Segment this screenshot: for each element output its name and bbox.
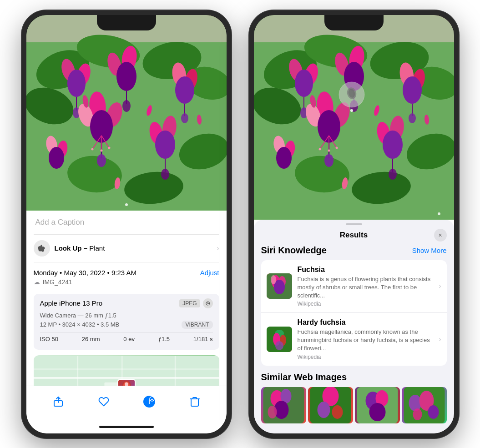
ev-value: 0 ev [123, 336, 135, 342]
flower-photo-right[interactable] [254, 15, 454, 220]
svg-rect-56 [104, 382, 117, 385]
show-more-button[interactable]: Show More [412, 247, 447, 254]
fuchsia-chevron-icon: › [439, 282, 441, 290]
fuchsia-thumbnail [267, 273, 292, 299]
left-phone: Add a Caption Look Up – Plant › [22, 10, 231, 438]
info-button[interactable]: i ✦ [139, 392, 159, 412]
right-phone-screen: Results × Siri Knowledge Show More [254, 15, 454, 433]
vibrant-badge: VIBRANT [182, 321, 212, 329]
similar-web-images-title: Similar Web Images [261, 372, 447, 383]
svg-point-89 [403, 76, 422, 104]
svg-text:✦: ✦ [151, 398, 153, 401]
similar-image-1[interactable] [261, 387, 306, 423]
svg-point-106 [383, 131, 403, 159]
svg-point-119 [350, 109, 353, 112]
svg-point-142 [369, 403, 385, 421]
bottom-toolbar: i ✦ [26, 386, 227, 421]
mp-row: 12 MP • 3024 × 4032 • 3.5 MB VIBRANT [40, 321, 213, 329]
cloud-icon: ☁ [34, 278, 40, 286]
map-thumbnail [117, 379, 136, 386]
svg-point-147 [413, 408, 422, 420]
hardy-fuchsia-knowledge-item[interactable]: Hardy fuchsia Fuchsia magellanica, commo… [261, 312, 447, 366]
svg-point-103 [335, 146, 338, 149]
favorite-button[interactable] [94, 392, 114, 412]
device-name: Apple iPhone 13 Pro [40, 299, 103, 307]
device-info-card: Apple iPhone 13 Pro JPEG ◎ Wide Camera —… [34, 294, 219, 350]
svg-point-39 [155, 131, 175, 159]
close-button[interactable]: × [434, 229, 447, 242]
similar-image-3[interactable] [355, 387, 400, 423]
jpeg-badge: JPEG [179, 299, 200, 307]
main-container: Add a Caption Look Up – Plant › [0, 0, 480, 448]
adjust-button[interactable]: Adjust [200, 269, 219, 277]
svg-point-111 [276, 147, 292, 169]
close-icon: × [438, 232, 442, 239]
svg-point-17 [116, 62, 136, 91]
similar-images-row [261, 387, 447, 423]
svg-point-41 [161, 169, 169, 180]
fuchsia-name: Fuchsia [298, 266, 435, 274]
lookup-text: Look Up – Plant [55, 244, 105, 252]
mm-value: 26 mm [82, 336, 100, 342]
shutter-value: 1/181 s [193, 336, 213, 342]
map-preview[interactable] [34, 355, 219, 386]
hardy-fuchsia-desc: Fuchsia magellanica, commonly known as t… [298, 328, 435, 353]
svg-point-101 [318, 148, 321, 150]
sheet-handle [254, 220, 454, 225]
svg-point-134 [268, 406, 277, 418]
svg-point-108 [389, 169, 397, 180]
home-bar [99, 426, 154, 428]
share-button[interactable] [48, 392, 68, 412]
svg-point-138 [332, 405, 343, 419]
svg-point-97 [324, 154, 333, 167]
caption-input[interactable]: Add a Caption [34, 211, 219, 235]
siri-knowledge-header: Siri Knowledge Show More [261, 245, 447, 256]
knowledge-card: Fuchsia Fuchsia is a genus of flowering … [261, 260, 447, 366]
svg-point-129 [275, 341, 283, 350]
notch [97, 15, 156, 30]
similar-image-2[interactable] [308, 387, 353, 423]
svg-point-91 [409, 113, 416, 123]
svg-point-34 [91, 148, 93, 150]
home-indicator [26, 421, 227, 433]
iso-value: ISO 50 [40, 336, 58, 342]
visual-lookup-icon [34, 240, 50, 257]
hardy-fuchsia-source: Wikipedia [298, 354, 435, 360]
lookup-row[interactable]: Look Up – Plant › [34, 235, 219, 262]
svg-point-146 [428, 405, 439, 419]
camera-specs: Wide Camera — 26 mm ƒ1.5 [40, 312, 213, 319]
filename-text: IMG_4241 [43, 278, 72, 286]
fuchsia-knowledge-item[interactable]: Fuchsia Fuchsia is a genus of flowering … [261, 260, 447, 313]
aperture-value: ƒ1.5 [158, 336, 170, 342]
right-notch [324, 15, 384, 30]
svg-point-124 [271, 275, 276, 284]
svg-point-12 [67, 70, 86, 97]
results-content: Siri Knowledge Show More [254, 245, 454, 433]
svg-point-24 [181, 113, 188, 123]
flower-photo-left[interactable] [26, 15, 227, 211]
fuchsia-source: Wikipedia [298, 301, 435, 307]
svg-point-35 [100, 149, 102, 151]
date-text: Monday • May 30, 2022 • 9:23 AM [34, 269, 136, 277]
svg-point-22 [175, 76, 194, 104]
format-badges: JPEG ◎ [179, 298, 212, 308]
date-row: Monday • May 30, 2022 • 9:23 AM Adjust ☁… [34, 262, 219, 288]
svg-point-137 [317, 402, 330, 418]
siri-knowledge-title: Siri Knowledge [261, 245, 327, 256]
left-screen-content: Add a Caption Look Up – Plant › [26, 15, 227, 433]
location-icon: ◎ [203, 298, 213, 308]
fuchsia-desc: Fuchsia is a genus of flowering plants t… [298, 275, 435, 300]
svg-point-44 [49, 147, 64, 169]
results-header: Results × [254, 225, 454, 245]
exif-row: ISO 50 26 mm 0 ev ƒ1.5 1/181 s [40, 332, 213, 345]
svg-point-19 [122, 100, 131, 112]
hardy-fuchsia-chevron-icon: › [439, 335, 441, 343]
similar-web-images-section: Similar Web Images [261, 372, 447, 423]
right-phone: Results × Siri Knowledge Show More [249, 10, 459, 438]
lookup-chevron-icon: › [217, 244, 219, 252]
svg-point-30 [97, 154, 106, 167]
delete-button[interactable] [185, 392, 205, 412]
similar-image-4[interactable] [402, 387, 447, 423]
svg-point-36 [108, 146, 110, 149]
mp-text: 12 MP • 3024 × 4032 • 3.5 MB [40, 321, 120, 328]
